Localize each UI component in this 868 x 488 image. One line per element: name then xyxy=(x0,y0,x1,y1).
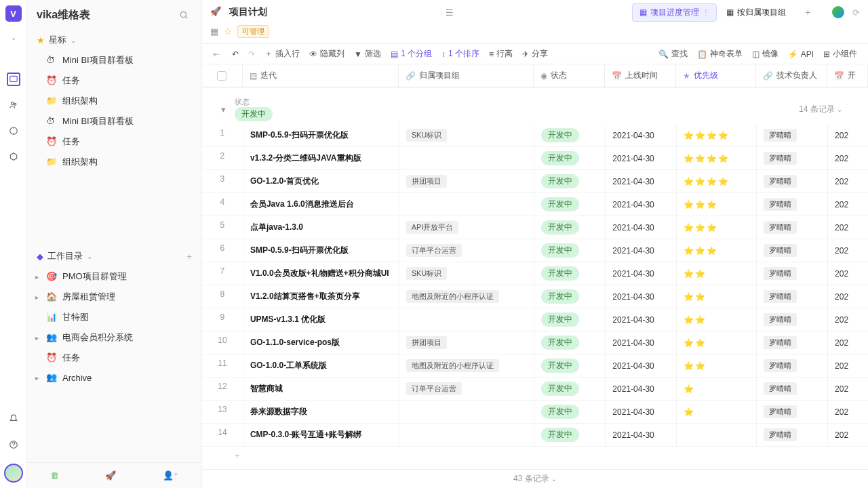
cell-name[interactable]: 点单java-1.3.0 xyxy=(243,216,399,239)
rowheight-button[interactable]: ≡行高 xyxy=(489,48,513,60)
cell-extra[interactable]: 202 xyxy=(827,378,868,400)
cell-status[interactable]: 开发中 xyxy=(534,378,605,400)
cell-priority[interactable]: ⭐⭐⭐ xyxy=(676,216,756,239)
cell-name[interactable]: GO-1.2.0-首页优化 xyxy=(243,170,399,192)
cell-name[interactable]: 智慧商城 xyxy=(243,378,399,400)
cell-extra[interactable]: 202 xyxy=(827,193,868,216)
cell-priority[interactable]: ⭐⭐ xyxy=(676,331,756,354)
collapse-panel-icon[interactable]: ⇤ xyxy=(213,49,220,59)
user-avatar[interactable] xyxy=(4,464,23,483)
cell-status[interactable]: 开发中 xyxy=(534,216,605,239)
rocket-icon[interactable]: 🚀 xyxy=(105,470,116,481)
cell-status[interactable]: 开发中 xyxy=(534,124,605,146)
column-extra[interactable]: 📅开 xyxy=(827,64,868,87)
cell-owner[interactable]: 罗晴晴 xyxy=(756,354,827,377)
section-starred[interactable]: ★ 星标 ⌄ xyxy=(27,30,201,50)
table-row[interactable]: 5 点单java-1.3.0 API开放平台 开发中 2021-04-30 ⭐⭐… xyxy=(202,216,868,239)
undo-icon[interactable]: ↶ xyxy=(232,49,239,59)
cell-group[interactable]: 拼团项目 xyxy=(399,331,534,354)
cell-extra[interactable]: 202 xyxy=(827,331,868,354)
cell-name[interactable]: 券来源数据字段 xyxy=(243,401,399,423)
section-workspace[interactable]: ◆ 工作目录 ⌄ + xyxy=(27,246,201,266)
add-tab-icon[interactable]: + xyxy=(800,5,816,20)
nav-contacts-icon[interactable] xyxy=(7,98,20,112)
cell-group[interactable] xyxy=(399,424,534,446)
cell-extra[interactable]: 202 xyxy=(827,354,868,377)
group-button[interactable]: ▤ 1 个分组 xyxy=(391,48,432,60)
cell-owner[interactable]: 罗晴晴 xyxy=(756,401,827,423)
cell-group[interactable] xyxy=(399,147,534,169)
cell-date[interactable]: 2021-04-30 xyxy=(605,170,676,192)
insert-row-button[interactable]: ＋插入行 xyxy=(264,48,300,60)
sidebar-item[interactable]: ⏰任务 xyxy=(27,348,201,368)
filter-button[interactable]: ▼筛选 xyxy=(354,48,381,60)
cell-date[interactable]: 2021-04-30 xyxy=(605,239,676,262)
table-row[interactable]: 12 智慧商城 订单平台运营 开发中 2021-04-30 ⭐ 罗晴晴 202 xyxy=(202,378,868,401)
cell-date[interactable]: 2021-04-30 xyxy=(605,331,676,354)
tab[interactable]: ▦按归属项目组 xyxy=(719,4,793,21)
cell-priority[interactable]: ⭐ xyxy=(676,378,756,400)
cell-priority[interactable]: ⭐⭐ xyxy=(676,308,756,331)
sidebar-item[interactable]: 👥电商会员积分系统 xyxy=(27,327,201,348)
sort-button[interactable]: ↕ 1 个排序 xyxy=(441,48,479,60)
cell-date[interactable]: 2021-04-30 xyxy=(605,216,676,239)
cell-owner[interactable]: 罗晴晴 xyxy=(756,308,827,331)
collapse-icon[interactable]: ▾ xyxy=(221,104,226,115)
table-row[interactable]: 8 V1.2.0结算页搭售+取茶页分享 地图及附近的小程序认证 开发中 2021… xyxy=(202,285,868,308)
cell-owner[interactable]: 罗晴晴 xyxy=(756,124,827,146)
cell-date[interactable]: 2021-04-30 xyxy=(605,308,676,331)
cell-extra[interactable]: 202 xyxy=(827,170,868,192)
cell-priority[interactable]: ⭐⭐ xyxy=(676,262,756,285)
sidebar-item[interactable]: ⏰任务 xyxy=(27,70,201,91)
cell-date[interactable]: 2021-04-30 xyxy=(605,262,676,285)
hide-column-button[interactable]: 👁隐藏列 xyxy=(309,48,344,60)
sidebar-item[interactable]: 🏠房屋租赁管理 xyxy=(27,287,201,307)
cell-group[interactable]: SKU标识 xyxy=(399,124,534,146)
find-button[interactable]: 🔍查找 xyxy=(658,48,688,60)
cell-date[interactable]: 2021-04-30 xyxy=(605,124,676,146)
cell-status[interactable]: 开发中 xyxy=(534,285,605,308)
column-owner[interactable]: 🔗技术负责人 xyxy=(756,64,827,87)
cell-date[interactable]: 2021-04-30 xyxy=(605,378,676,400)
table-row[interactable]: 14 CMP-0.3.0-账号互通+账号解绑 开发中 2021-04-30 罗晴… xyxy=(202,424,868,447)
sidebar-item[interactable]: ⏰任务 xyxy=(27,131,201,152)
api-button[interactable]: ⚡API xyxy=(788,48,814,60)
cell-status[interactable]: 开发中 xyxy=(534,147,605,169)
cell-date[interactable]: 2021-04-30 xyxy=(605,424,676,446)
widget-button[interactable]: ⊞小组件 xyxy=(823,48,857,60)
cell-status[interactable]: 开发中 xyxy=(534,401,605,423)
cell-status[interactable]: 开发中 xyxy=(534,354,605,377)
sidebar-item[interactable]: 📁组织架构 xyxy=(27,152,201,172)
table-row[interactable]: 3 GO-1.2.0-首页优化 拼团项目 开发中 2021-04-30 ⭐⭐⭐⭐… xyxy=(202,170,868,193)
table-row[interactable]: 11 GO-1.0.0-工单系统版 地图及附近的小程序认证 开发中 2021-0… xyxy=(202,354,868,378)
cell-priority[interactable]: ⭐⭐ xyxy=(676,354,756,377)
trash-icon[interactable]: 🗑 xyxy=(50,470,59,481)
table-row[interactable]: 7 V1.0.0会员改版+礼物赠送+积分商城UI SKU标识 开发中 2021-… xyxy=(202,262,868,285)
column-date[interactable]: 📅上线时间 xyxy=(605,64,676,87)
cell-status[interactable]: 开发中 xyxy=(534,193,605,216)
cell-name[interactable]: SMP-0.5.9-扫码开票优化版 xyxy=(243,124,399,146)
cell-priority[interactable]: ⭐⭐⭐⭐ xyxy=(676,124,756,146)
menu-icon[interactable]: ☰ xyxy=(446,7,454,18)
cell-date[interactable]: 2021-04-30 xyxy=(605,193,676,216)
cell-priority[interactable]: ⭐⭐⭐ xyxy=(676,239,756,262)
cell-name[interactable]: V1.0.0会员改版+礼物赠送+积分商城UI xyxy=(243,262,399,285)
add-member-icon[interactable]: 👤⁺ xyxy=(163,470,178,481)
table-row[interactable]: 6 SMP-0.5.9-扫码开票优化版 订单平台运营 开发中 2021-04-3… xyxy=(202,239,868,262)
cell-name[interactable]: UPMS-v1.3.1 优化版 xyxy=(243,308,399,331)
column-status[interactable]: ◉状态 xyxy=(534,64,605,87)
tab[interactable]: ▦项目进度管理⋮ xyxy=(632,3,717,22)
cell-extra[interactable]: 202 xyxy=(827,216,868,239)
cell-priority[interactable]: ⭐⭐ xyxy=(676,285,756,308)
cell-owner[interactable]: 罗晴晴 xyxy=(756,170,827,192)
share-button[interactable]: ✈分享 xyxy=(522,48,548,60)
mirror-button[interactable]: ◫镜像 xyxy=(752,48,778,60)
cell-name[interactable]: v1.3.2-分类二维码JAVA重构版 xyxy=(243,147,399,169)
cell-owner[interactable]: 罗晴晴 xyxy=(756,424,827,446)
cell-owner[interactable]: 罗晴晴 xyxy=(756,147,827,169)
group-header[interactable]: ▾ 状态开发中 14 条记录 ⌄ xyxy=(202,87,868,124)
sidebar-item[interactable]: ⏱Mini BI项目群看板 xyxy=(27,50,201,70)
cell-status[interactable]: 开发中 xyxy=(534,262,605,285)
select-all-checkbox[interactable] xyxy=(202,64,243,87)
cell-extra[interactable]: 202 xyxy=(827,124,868,146)
